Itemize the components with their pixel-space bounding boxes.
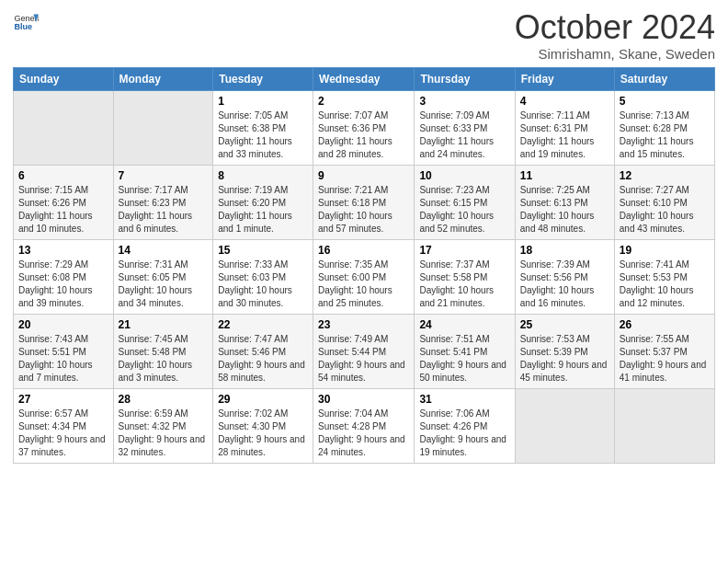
calendar-cell: 29Sunrise: 7:02 AMSunset: 4:30 PMDayligh… — [213, 388, 313, 463]
logo: General Blue — [13, 9, 39, 39]
day-number: 6 — [18, 169, 108, 182]
calendar-cell: 11Sunrise: 7:25 AMSunset: 6:13 PMDayligh… — [515, 165, 614, 239]
day-detail: Sunrise: 7:29 AMSunset: 6:08 PMDaylight:… — [18, 259, 108, 310]
day-number: 19 — [620, 244, 710, 257]
calendar-cell: 18Sunrise: 7:39 AMSunset: 5:56 PMDayligh… — [515, 239, 614, 314]
calendar-header-wednesday: Wednesday — [313, 67, 415, 90]
calendar-cell — [14, 90, 114, 165]
day-number: 28 — [119, 393, 209, 406]
calendar-cell: 22Sunrise: 7:47 AMSunset: 5:46 PMDayligh… — [213, 314, 313, 388]
day-detail: Sunrise: 7:27 AMSunset: 6:10 PMDaylight:… — [620, 184, 710, 236]
day-detail: Sunrise: 7:37 AMSunset: 5:58 PMDaylight:… — [419, 259, 509, 310]
calendar-cell — [113, 90, 213, 165]
day-detail: Sunrise: 7:43 AMSunset: 5:51 PMDaylight:… — [18, 333, 108, 385]
calendar-cell: 20Sunrise: 7:43 AMSunset: 5:51 PMDayligh… — [14, 314, 114, 388]
day-number: 14 — [119, 244, 209, 257]
day-detail: Sunrise: 7:25 AMSunset: 6:13 PMDaylight:… — [520, 184, 609, 236]
calendar-header-saturday: Saturday — [614, 67, 714, 90]
calendar-cell: 3Sunrise: 7:09 AMSunset: 6:33 PMDaylight… — [415, 90, 515, 165]
calendar-cell: 23Sunrise: 7:49 AMSunset: 5:44 PMDayligh… — [313, 314, 415, 388]
calendar-cell: 1Sunrise: 7:05 AMSunset: 6:38 PMDaylight… — [213, 90, 313, 165]
day-number: 16 — [318, 244, 409, 257]
day-number: 21 — [119, 318, 209, 331]
calendar-cell: 2Sunrise: 7:07 AMSunset: 6:36 PMDaylight… — [313, 90, 415, 165]
calendar-cell: 4Sunrise: 7:11 AMSunset: 6:31 PMDaylight… — [515, 90, 614, 165]
calendar-header-row: SundayMondayTuesdayWednesdayThursdayFrid… — [14, 67, 715, 90]
day-number: 18 — [520, 244, 609, 257]
day-number: 8 — [218, 169, 308, 182]
calendar-header-tuesday: Tuesday — [213, 67, 313, 90]
calendar-cell: 30Sunrise: 7:04 AMSunset: 4:28 PMDayligh… — [313, 388, 415, 463]
calendar-cell: 26Sunrise: 7:55 AMSunset: 5:37 PMDayligh… — [614, 314, 714, 388]
calendar-cell: 27Sunrise: 6:57 AMSunset: 4:34 PMDayligh… — [14, 388, 114, 463]
day-detail: Sunrise: 7:15 AMSunset: 6:26 PMDaylight:… — [18, 184, 108, 236]
day-number: 29 — [218, 393, 308, 406]
day-number: 24 — [419, 318, 509, 331]
day-detail: Sunrise: 7:23 AMSunset: 6:15 PMDaylight:… — [419, 184, 509, 236]
day-detail: Sunrise: 7:09 AMSunset: 6:33 PMDaylight:… — [419, 109, 509, 161]
calendar-header-monday: Monday — [113, 67, 213, 90]
day-number: 25 — [520, 318, 609, 331]
calendar-cell: 7Sunrise: 7:17 AMSunset: 6:23 PMDaylight… — [113, 165, 213, 239]
calendar-cell: 5Sunrise: 7:13 AMSunset: 6:28 PMDaylight… — [614, 90, 714, 165]
calendar-cell: 13Sunrise: 7:29 AMSunset: 6:08 PMDayligh… — [14, 239, 114, 314]
day-number: 9 — [318, 169, 409, 182]
day-detail: Sunrise: 7:35 AMSunset: 6:00 PMDaylight:… — [318, 259, 409, 310]
calendar-cell: 25Sunrise: 7:53 AMSunset: 5:39 PMDayligh… — [515, 314, 614, 388]
day-number: 7 — [119, 169, 209, 182]
calendar-cell: 16Sunrise: 7:35 AMSunset: 6:00 PMDayligh… — [313, 239, 415, 314]
day-detail: Sunrise: 7:51 AMSunset: 5:41 PMDaylight:… — [419, 333, 509, 385]
calendar-cell: 28Sunrise: 6:59 AMSunset: 4:32 PMDayligh… — [113, 388, 213, 463]
calendar-week-row-1: 6Sunrise: 7:15 AMSunset: 6:26 PMDaylight… — [14, 165, 715, 239]
day-number: 4 — [520, 95, 609, 108]
calendar-table: SundayMondayTuesdayWednesdayThursdayFrid… — [13, 67, 715, 464]
title-block: October 2024 Simrishamn, Skane, Sweden — [515, 9, 715, 62]
day-detail: Sunrise: 7:05 AMSunset: 6:38 PMDaylight:… — [218, 109, 308, 161]
day-number: 26 — [620, 318, 710, 331]
day-detail: Sunrise: 7:17 AMSunset: 6:23 PMDaylight:… — [119, 184, 209, 236]
day-detail: Sunrise: 7:33 AMSunset: 6:03 PMDaylight:… — [218, 259, 308, 310]
logo-icon: General Blue — [13, 9, 39, 35]
day-number: 13 — [18, 244, 108, 257]
calendar-header-friday: Friday — [515, 67, 614, 90]
calendar-cell: 15Sunrise: 7:33 AMSunset: 6:03 PMDayligh… — [213, 239, 313, 314]
day-number: 5 — [620, 95, 710, 108]
calendar-cell — [515, 388, 614, 463]
day-number: 2 — [318, 95, 409, 108]
day-number: 1 — [218, 95, 308, 108]
calendar-week-row-2: 13Sunrise: 7:29 AMSunset: 6:08 PMDayligh… — [14, 239, 715, 314]
day-detail: Sunrise: 7:06 AMSunset: 4:26 PMDaylight:… — [419, 408, 509, 459]
day-number: 12 — [620, 169, 710, 182]
day-detail: Sunrise: 7:04 AMSunset: 4:28 PMDaylight:… — [318, 408, 409, 459]
day-number: 20 — [18, 318, 108, 331]
calendar-cell: 19Sunrise: 7:41 AMSunset: 5:53 PMDayligh… — [614, 239, 714, 314]
calendar-cell: 17Sunrise: 7:37 AMSunset: 5:58 PMDayligh… — [415, 239, 515, 314]
month-title: October 2024 — [515, 9, 715, 46]
calendar-cell: 9Sunrise: 7:21 AMSunset: 6:18 PMDaylight… — [313, 165, 415, 239]
location: Simrishamn, Skane, Sweden — [515, 46, 715, 62]
day-detail: Sunrise: 6:57 AMSunset: 4:34 PMDaylight:… — [18, 408, 108, 459]
day-number: 3 — [419, 95, 509, 108]
day-number: 31 — [419, 393, 509, 406]
calendar-header-thursday: Thursday — [415, 67, 515, 90]
day-detail: Sunrise: 7:11 AMSunset: 6:31 PMDaylight:… — [520, 109, 609, 161]
calendar-page: General Blue October 2024 Simrishamn, Sk… — [0, 0, 728, 477]
calendar-cell: 21Sunrise: 7:45 AMSunset: 5:48 PMDayligh… — [113, 314, 213, 388]
day-detail: Sunrise: 7:39 AMSunset: 5:56 PMDaylight:… — [520, 259, 609, 310]
calendar-header-sunday: Sunday — [14, 67, 114, 90]
calendar-cell: 24Sunrise: 7:51 AMSunset: 5:41 PMDayligh… — [415, 314, 515, 388]
calendar-cell: 12Sunrise: 7:27 AMSunset: 6:10 PMDayligh… — [614, 165, 714, 239]
calendar-cell: 6Sunrise: 7:15 AMSunset: 6:26 PMDaylight… — [14, 165, 114, 239]
day-detail: Sunrise: 7:07 AMSunset: 6:36 PMDaylight:… — [318, 109, 409, 161]
day-detail: Sunrise: 7:45 AMSunset: 5:48 PMDaylight:… — [119, 333, 209, 385]
day-detail: Sunrise: 6:59 AMSunset: 4:32 PMDaylight:… — [119, 408, 209, 459]
day-number: 10 — [419, 169, 509, 182]
svg-text:Blue: Blue — [14, 22, 32, 31]
day-number: 22 — [218, 318, 308, 331]
day-number: 30 — [318, 393, 409, 406]
day-detail: Sunrise: 7:41 AMSunset: 5:53 PMDaylight:… — [620, 259, 710, 310]
calendar-cell: 8Sunrise: 7:19 AMSunset: 6:20 PMDaylight… — [213, 165, 313, 239]
day-detail: Sunrise: 7:13 AMSunset: 6:28 PMDaylight:… — [620, 109, 710, 161]
day-detail: Sunrise: 7:19 AMSunset: 6:20 PMDaylight:… — [218, 184, 308, 236]
day-detail: Sunrise: 7:49 AMSunset: 5:44 PMDaylight:… — [318, 333, 409, 385]
